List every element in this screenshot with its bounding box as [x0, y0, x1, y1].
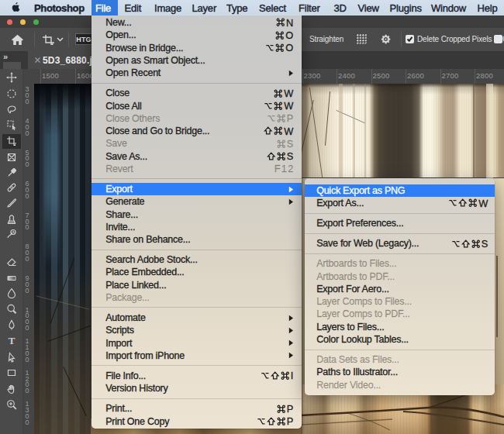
- svg-text:T: T: [9, 335, 16, 346]
